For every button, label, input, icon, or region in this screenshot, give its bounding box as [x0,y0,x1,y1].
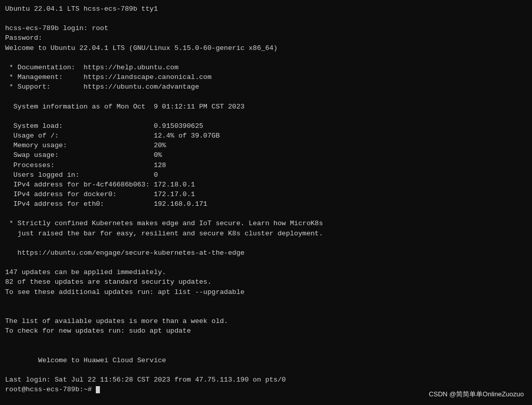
terminal-output: Ubuntu 22.04.1 LTS hcss-ecs-789b tty1 hc… [5,4,527,394]
watermark: CSDN @简简单单OnlineZuozuo [429,390,524,399]
terminal-cursor [96,386,100,393]
terminal-window: Ubuntu 22.04.1 LTS hcss-ecs-789b tty1 hc… [0,0,532,405]
